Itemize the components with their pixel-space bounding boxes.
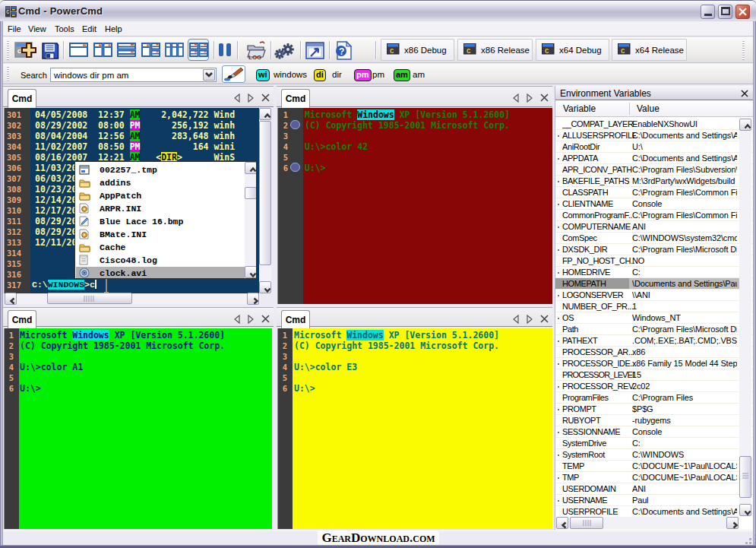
svg-text:C: C: [390, 48, 394, 55]
svg-text:C: C: [467, 48, 471, 55]
svg-text:C: C: [6, 10, 9, 15]
svg-text:C: C: [621, 48, 625, 55]
svg-text:LOG: LOG: [248, 54, 261, 60]
svg-text:?: ?: [339, 46, 344, 57]
svg-text:C: C: [545, 48, 549, 55]
